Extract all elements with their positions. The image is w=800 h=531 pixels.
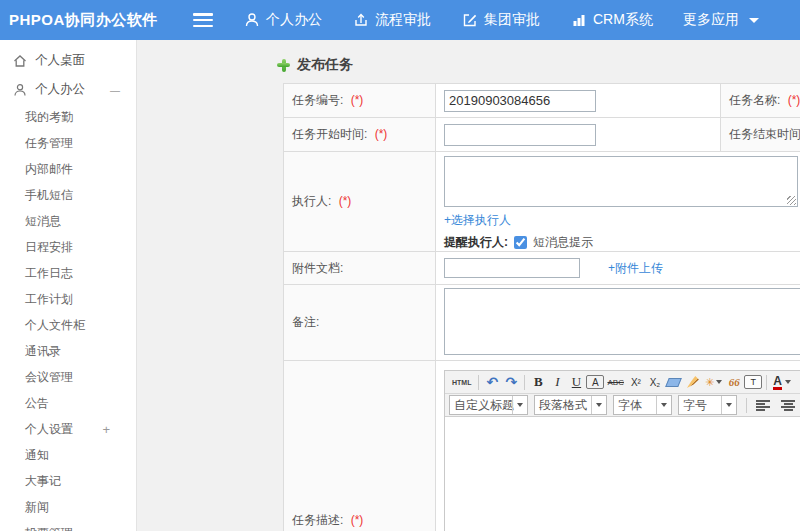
sidebar-item-vote[interactable]: 投票管理 [0,520,136,531]
top-navbar: PHPOA协同办公软件 个人办公 流程审批 集团审批 CRM系统 更多应用 [0,0,800,40]
sidebar-item-label: 通知 [25,447,49,464]
background-color-button[interactable]: A [586,375,604,389]
attachment-upload-link[interactable]: +附件上传 [608,260,663,277]
align-left-icon[interactable] [756,400,770,411]
sidebar-item-personal-desktop[interactable]: 个人桌面 [0,46,136,75]
sidebar-item-announcement[interactable]: 公告 [0,390,136,416]
form-row-description: 任务描述: (*) HTML ↶ ↷ B I U A ABC [284,361,800,531]
sidebar-item-mobile-sms[interactable]: 手机短信 [0,182,136,208]
sidebar-item-personal-file-cabinet[interactable]: 个人文件柜 [0,312,136,338]
executor-textarea[interactable] [444,156,798,207]
sidebar-item-work-diary[interactable]: 工作日志 [0,260,136,286]
chart-icon [570,12,587,29]
font-family-dropdown[interactable]: 字体 [613,395,672,415]
remind-executor-row: 提醒执行人: 短消息提示 [444,234,800,251]
subscript-button[interactable]: X₂ [646,373,664,391]
undo-button[interactable]: ↶ [483,373,501,391]
sidebar-item-my-attendance[interactable]: 我的考勤 [0,104,136,130]
required-mark: (*) [351,93,364,107]
sidebar-item-label: 工作计划 [25,291,73,308]
nav-item-group-approval[interactable]: 集团审批 [461,11,540,29]
paragraph-format-dropdown[interactable]: 段落格式 [534,395,607,415]
publish-task-form: 任务编号: (*) 任务名称: (*) 任务开始时间: (*) 任务结束时间: [283,83,800,531]
sidebar: 个人桌面 个人办公 — 我的考勤 任务管理 内部邮件 手机短信 短消息 日程安排… [0,40,137,531]
caret-down-icon [591,396,606,414]
sidebar-item-label: 内部邮件 [25,161,73,178]
sidebar-item-news[interactable]: 新闻 [0,494,136,520]
choose-executor-link[interactable]: +选择执行人 [444,213,511,227]
format-brush-icon[interactable] [684,373,702,391]
underline-button[interactable]: U [567,373,585,391]
sidebar-item-notification[interactable]: 通知 [0,442,136,468]
required-mark: (*) [339,194,352,208]
paste-as-text-button[interactable]: T [744,375,762,389]
page-title: 发布任务 [297,56,353,74]
task-name-label: 任务名称: [729,93,780,107]
sidebar-item-label: 个人设置 [25,421,73,438]
sms-remind-checkbox[interactable] [514,236,527,249]
form-row-task-time: 任务开始时间: (*) 任务结束时间: (*) [284,118,800,152]
editor-content-area[interactable] [445,417,800,531]
nav-item-label: 集团审批 [484,11,540,29]
sidebar-item-label: 短消息 [25,213,61,230]
attachment-input[interactable] [444,258,580,278]
required-mark: (*) [375,127,388,141]
sidebar-item-label: 公告 [25,395,49,412]
blockquote-button[interactable]: 66 [725,373,743,391]
sidebar-item-personal-settings[interactable]: 个人设置 + [0,416,136,442]
hamburger-menu-icon[interactable] [193,13,213,27]
sidebar-item-task-management[interactable]: 任务管理 [0,130,136,156]
sidebar-item-internal-mail[interactable]: 内部邮件 [0,156,136,182]
nav-item-process-approval[interactable]: 流程审批 [352,11,431,29]
highlight-icon[interactable]: ✳ [703,373,724,391]
sidebar-item-label: 我的考勤 [25,109,73,126]
sidebar-item-work-plan[interactable]: 工作计划 [0,286,136,312]
app-logo: PHPOA协同办公软件 [0,11,160,30]
sidebar-item-label: 个人办公 [35,81,85,98]
strikethrough-button[interactable]: ABC [605,373,625,391]
custom-title-dropdown[interactable]: 自定义标题 [449,395,528,415]
html-source-button[interactable]: HTML [449,373,474,391]
sidebar-item-label: 会议管理 [25,369,73,386]
expand-icon[interactable]: + [102,422,110,437]
nav-item-label: 更多应用 [683,11,739,29]
edit-icon [461,12,478,29]
sidebar-item-short-message[interactable]: 短消息 [0,208,136,234]
sidebar-item-label: 通讯录 [25,343,61,360]
nav-item-label: 流程审批 [375,11,431,29]
user-icon [243,12,260,29]
sidebar-item-personal-office[interactable]: 个人办公 — [0,75,136,104]
form-row-remark: 备注: [284,285,800,361]
sidebar-item-label: 个人桌面 [35,52,85,69]
rich-text-editor: HTML ↶ ↷ B I U A ABC X² X₂ ✳ [444,370,800,531]
sidebar-item-address-book[interactable]: 通讯录 [0,338,136,364]
font-color-button[interactable]: A [771,373,793,391]
sidebar-item-label: 日程安排 [25,239,73,256]
eraser-icon[interactable] [665,373,683,391]
sidebar-item-meeting-management[interactable]: 会议管理 [0,364,136,390]
align-center-icon[interactable] [781,400,795,411]
nav-item-personal-office[interactable]: 个人办公 [243,11,322,29]
bold-button[interactable]: B [529,373,547,391]
sms-remind-label: 短消息提示 [533,234,593,251]
redo-button[interactable]: ↷ [502,373,520,391]
sidebar-item-schedule[interactable]: 日程安排 [0,234,136,260]
collapse-icon[interactable]: — [110,84,120,95]
font-size-dropdown[interactable]: 字号 [678,395,737,415]
end-time-label: 任务结束时间: [729,127,800,141]
required-mark: (*) [788,93,800,107]
page-header: 发布任务 [138,40,800,83]
sidebar-item-milestones[interactable]: 大事记 [0,468,136,494]
superscript-button[interactable]: X² [627,373,645,391]
italic-button[interactable]: I [548,373,566,391]
user-icon [12,82,27,97]
task-number-input[interactable] [444,90,596,112]
sidebar-item-label: 工作日志 [25,265,73,282]
start-time-input[interactable] [444,124,596,146]
sidebar-item-label: 新闻 [25,499,49,516]
nav-item-crm-system[interactable]: CRM系统 [570,11,653,29]
remark-textarea[interactable] [444,288,800,355]
executor-label: 执行人: [292,194,331,208]
sidebar-item-label: 手机短信 [25,187,73,204]
nav-item-more-apps[interactable]: 更多应用 [683,11,759,29]
